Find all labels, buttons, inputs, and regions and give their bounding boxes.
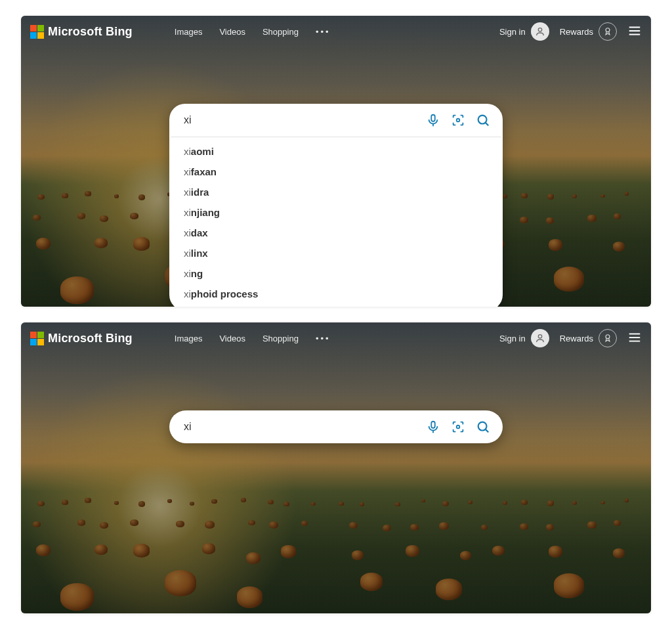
search-row [169,410,503,443]
suggestion-rest: idra [191,187,209,198]
svg-point-17 [457,426,460,429]
rewards-label: Rewards [560,334,593,343]
svg-point-18 [478,422,487,431]
nav-images[interactable]: Images [175,27,203,37]
sign-in-button[interactable]: Sign in [499,329,549,347]
search-input[interactable] [184,421,424,433]
suggestion-prefix: xi [184,166,191,177]
nav-links: Images Videos Shopping ••• [175,27,327,37]
bing-logo[interactable]: Microsoft Bing [30,332,133,345]
panel-with-suggestions: Microsoft Bing Images Videos Shopping ••… [21,16,651,307]
image-search-icon[interactable] [449,111,467,129]
user-avatar-icon [531,329,549,347]
search-box [169,410,503,443]
suggestion-rest: faxan [191,166,217,177]
sign-in-label: Sign in [499,27,526,37]
suggestion-prefix: xi [184,146,191,157]
image-search-icon[interactable] [449,418,467,436]
rewards-badge-icon [598,22,617,41]
svg-point-0 [538,28,541,32]
svg-line-19 [486,429,488,432]
panel-without-suggestions: Microsoft Bing Images Videos Shopping ••… [21,322,651,613]
search-input[interactable] [184,114,424,126]
nav-links: Images Videos Shopping ••• [175,334,327,343]
suggestion-prefix: xi [184,248,191,259]
nav-videos[interactable]: Videos [219,27,245,37]
nav-videos[interactable]: Videos [219,334,245,343]
suggestion-prefix: xi [184,288,191,299]
brand-text: Microsoft Bing [48,332,133,345]
svg-rect-5 [431,115,435,121]
svg-rect-15 [431,422,435,428]
suggestion-rest: phoid process [191,288,259,299]
microsoft-logo-icon [30,25,44,39]
topbar-right: Sign in Rewards [499,329,642,347]
topbar: Microsoft Bing Images Videos Shopping ••… [21,16,651,47]
search-submit-icon[interactable] [474,418,492,436]
svg-line-9 [486,123,488,125]
nav-more-icon[interactable]: ••• [316,334,327,343]
voice-search-icon[interactable] [424,418,442,436]
suggestion-prefix: xi [184,227,191,238]
suggestion-list: xiaomixifaxanxiidraxinjiangxidaxxilinxxi… [169,137,503,307]
suggestion-rest: linx [191,248,208,259]
topbar: Microsoft Bing Images Videos Shopping ••… [21,322,651,354]
suggestion-item[interactable]: xilinx [169,243,503,263]
nav-more-icon[interactable]: ••• [316,27,327,37]
bing-logo[interactable]: Microsoft Bing [30,25,133,39]
suggestion-item[interactable]: xing [169,263,503,284]
hamburger-menu-icon[interactable] [627,330,642,347]
search-row [169,104,503,137]
suggestion-rest: aomi [191,146,214,157]
user-avatar-icon [531,22,549,41]
suggestion-item[interactable]: xinjiang [169,202,503,223]
suggestion-rest: njiang [191,207,220,218]
nav-shopping[interactable]: Shopping [262,334,299,343]
suggestion-item[interactable]: xiaomi [169,141,503,162]
sign-in-label: Sign in [499,334,526,343]
topbar-right: Sign in Rewards [499,22,642,41]
search-area: xiaomixifaxanxiidraxinjiangxidaxxilinxxi… [169,104,503,307]
rewards-badge-icon [598,329,617,347]
search-icons [424,418,496,436]
suggestion-rest: ng [191,268,203,279]
search-submit-icon[interactable] [474,111,492,129]
svg-point-7 [457,119,460,122]
voice-search-icon[interactable] [424,111,442,129]
brand-text: Microsoft Bing [48,25,133,39]
suggestion-item[interactable]: xiphoid process [169,284,503,304]
nav-images[interactable]: Images [175,334,203,343]
nav-shopping[interactable]: Shopping [262,27,299,37]
suggestion-prefix: xi [184,187,191,198]
search-area [169,410,503,443]
svg-point-8 [478,116,487,124]
suggestion-prefix: xi [184,207,191,218]
search-icons [424,111,496,129]
rewards-button[interactable]: Rewards [560,22,617,41]
microsoft-logo-icon [30,332,44,345]
suggestion-item[interactable]: xidax [169,223,503,243]
svg-point-10 [538,335,541,338]
suggestion-prefix: xi [184,268,191,279]
suggestion-item[interactable]: xifaxan [169,162,503,182]
suggestion-item[interactable]: xiidra [169,182,503,202]
rewards-label: Rewards [560,27,593,37]
svg-point-1 [606,28,610,32]
search-box: xiaomixifaxanxiidraxinjiangxidaxxilinxxi… [169,104,503,307]
rewards-button[interactable]: Rewards [560,329,617,347]
background-pumpkins [21,322,651,613]
svg-point-11 [606,335,610,339]
hamburger-menu-icon[interactable] [627,24,642,40]
sign-in-button[interactable]: Sign in [499,22,549,41]
suggestion-rest: dax [191,227,208,238]
